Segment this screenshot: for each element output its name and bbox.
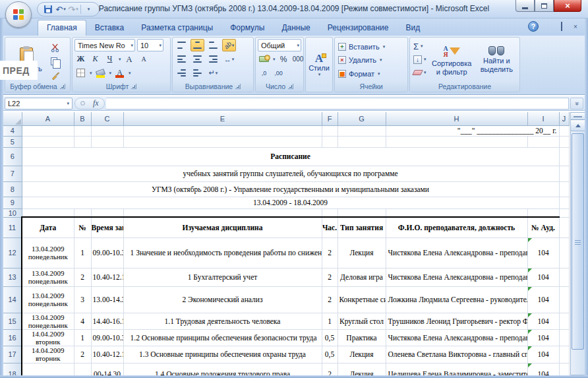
align-center-button[interactable]	[191, 53, 204, 65]
cell[interactable]	[559, 217, 569, 237]
increase-decimal-button[interactable]: ,0	[258, 67, 270, 79]
cell-teacher[interactable]: Чистякова Елена Александровна - преподав…	[386, 329, 527, 346]
cell-type[interactable]: Лекция	[338, 363, 386, 375]
cell-signature-line[interactable]: "___" _______________ 20__ г.	[386, 125, 559, 136]
format-cells-button[interactable]: ▦Формат▾	[338, 68, 404, 79]
vertical-scrollbar[interactable]	[570, 112, 585, 375]
cell-date-range[interactable]: 13.04.2009 - 18.04.2009	[22, 197, 559, 208]
cell-num[interactable]: 3	[74, 286, 91, 313]
cell-time[interactable]: 10.40-12.10	[91, 346, 123, 363]
header-hours[interactable]: Час.	[322, 217, 338, 237]
cell-num[interactable]: 2	[74, 346, 91, 363]
autosum-button[interactable]: Σ▾	[412, 40, 428, 52]
cell[interactable]	[91, 208, 123, 217]
scroll-up-button[interactable]	[571, 120, 585, 131]
cell[interactable]	[559, 268, 569, 286]
row-header-12[interactable]: 12	[3, 237, 22, 268]
close-button[interactable]: ×	[554, 0, 581, 12]
column-header-f[interactable]: F	[322, 112, 338, 125]
shrink-font-button[interactable]: А	[138, 53, 150, 65]
cell[interactable]	[559, 208, 569, 217]
align-bottom-button[interactable]	[206, 39, 220, 51]
grow-font-button[interactable]: А	[123, 53, 136, 65]
header-num[interactable]: №	[74, 217, 91, 237]
tab-razmetka[interactable]: Разметка страницы	[132, 20, 221, 36]
format-painter-button[interactable]	[49, 69, 62, 81]
cell-subject[interactable]: 1.3 Основные принципы обеспечения охраны…	[123, 346, 322, 363]
row-header-7[interactable]: 7	[3, 166, 22, 181]
accounting-dropdown-icon[interactable]: ▾	[273, 57, 276, 62]
bold-button[interactable]: Ж	[74, 53, 87, 65]
minimize-button[interactable]	[515, 0, 535, 12]
cell-num[interactable]	[74, 363, 91, 375]
underline-dropdown-icon[interactable]: ▾	[119, 57, 121, 62]
sort-filter-button[interactable]: АЯ Сортировка и фильтр	[428, 39, 476, 81]
cell[interactable]	[527, 136, 559, 147]
align-top-button[interactable]	[175, 39, 189, 51]
tab-formuly[interactable]: Формулы	[221, 20, 273, 36]
cell-subject[interactable]: 1.4 Основные положения трудового права	[123, 363, 322, 375]
percent-button[interactable]: %	[278, 53, 290, 65]
borders-dropdown-icon[interactable]: ▾	[90, 71, 92, 76]
alignment-dialog-launcher-icon[interactable]	[235, 84, 241, 89]
help-icon[interactable]: ?	[528, 21, 539, 32]
cell-date[interactable]: 13.04.2009понедельник	[22, 286, 74, 313]
row-header-9[interactable]: 9	[3, 197, 22, 208]
decrease-decimal-button[interactable]: ,00	[272, 67, 285, 79]
cell-hours[interactable]: 0,5	[322, 329, 338, 346]
merge-center-button[interactable]: ↔▾	[222, 53, 236, 65]
cell[interactable]	[559, 181, 569, 197]
cell-type[interactable]: Круглый стол	[338, 313, 386, 329]
cell[interactable]	[559, 329, 569, 346]
office-button[interactable]	[5, 1, 32, 28]
cell-hours[interactable]: 2	[322, 286, 338, 313]
cell[interactable]	[559, 313, 569, 329]
cell-subject[interactable]: 1.1 Трудовая деятельность человека	[123, 313, 322, 329]
italic-button[interactable]: К	[89, 53, 102, 65]
column-header-b[interactable]: B	[74, 112, 91, 125]
cell-time[interactable]: 00-14.30	[91, 363, 123, 375]
cell[interactable]	[559, 286, 569, 313]
cell[interactable]	[559, 237, 569, 268]
header-time[interactable]: Время занятий	[91, 217, 123, 237]
cell[interactable]	[322, 136, 338, 147]
column-header-c[interactable]: C	[91, 112, 123, 125]
font-name-combo[interactable]: Times New Ro▾	[74, 39, 135, 51]
cell-teacher[interactable]: Чистякова Елена Александровна - преподав…	[386, 268, 527, 286]
cell[interactable]	[123, 208, 322, 217]
cell[interactable]	[22, 125, 74, 136]
cell-type[interactable]: Деловая игра	[338, 268, 386, 286]
cell[interactable]	[322, 208, 338, 217]
cell-hours[interactable]: 1	[322, 313, 338, 329]
cell-time[interactable]: 14.40-16.10	[91, 313, 123, 329]
cell-hours[interactable]: 2	[322, 363, 338, 375]
cell[interactable]	[22, 208, 74, 217]
fill-color-button[interactable]	[94, 67, 107, 79]
cell-subtitle-2[interactable]: УГМЗ (октябрь 2008 г.) - Управление госу…	[22, 181, 559, 197]
cell-hours[interactable]: 2	[322, 268, 338, 286]
cell[interactable]	[527, 208, 559, 217]
cell-teacher[interactable]: Трушников Леонид Григорьевич - ректор ФГ…	[386, 313, 527, 329]
cell-room[interactable]: 104	[527, 363, 559, 375]
tab-vstavka[interactable]: Вставка	[86, 20, 133, 36]
align-middle-button[interactable]	[191, 39, 204, 51]
cell-room[interactable]: 104	[527, 346, 559, 363]
font-size-combo[interactable]: 10▾	[137, 39, 163, 51]
select-all-corner[interactable]	[3, 112, 22, 125]
column-header-e[interactable]: E	[123, 112, 322, 125]
insert-function-button[interactable]: fx	[74, 98, 105, 110]
cell-subject[interactable]: 2 Экономический анализ	[123, 286, 322, 313]
cell-type[interactable]: Конкретные ситуации	[338, 286, 386, 313]
cell[interactable]	[338, 136, 386, 147]
font-color-button[interactable]: А	[113, 67, 126, 79]
cell-room[interactable]: 104	[527, 237, 559, 268]
restore-button[interactable]	[535, 0, 554, 12]
cell-hours[interactable]: 0,5	[322, 346, 338, 363]
cell[interactable]	[559, 363, 569, 375]
cell-date[interactable]: 13.04.2009понедельник	[22, 268, 74, 286]
cell-teacher[interactable]: Ложкина Людмила Сергеевна - руководитель…	[386, 286, 527, 313]
cell[interactable]	[338, 125, 386, 136]
clipboard-dialog-launcher-icon[interactable]	[60, 84, 65, 89]
cell-date[interactable]	[22, 363, 74, 375]
tab-dannye[interactable]: Данные	[273, 20, 318, 36]
